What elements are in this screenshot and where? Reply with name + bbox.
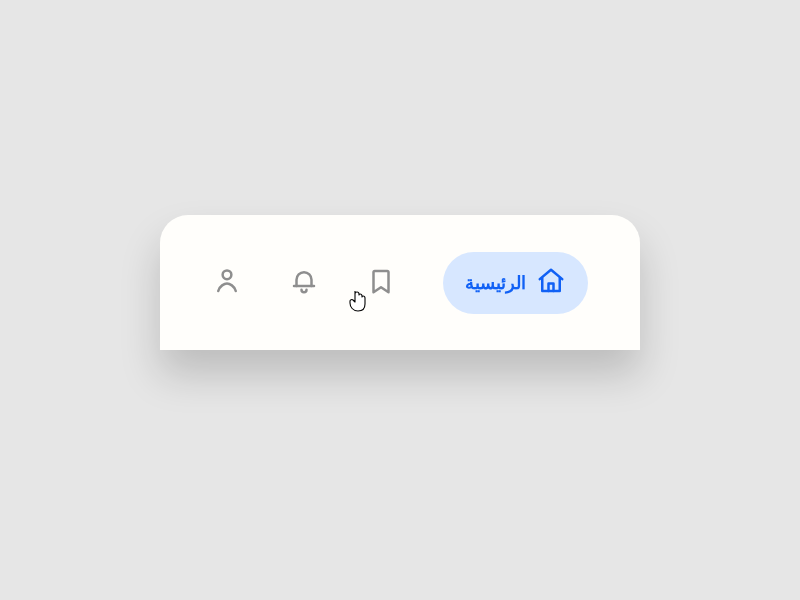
svg-point-0 [222,270,231,279]
nav-item-home[interactable]: الرئيسية [443,252,588,314]
nav-item-bookmark[interactable] [366,266,396,300]
nav-home-label: الرئيسية [465,272,526,294]
bottom-nav-bar: الرئيسية [160,215,640,350]
bell-icon [289,266,319,300]
user-icon [212,266,242,300]
nav-item-notifications[interactable] [289,266,319,300]
nav-item-profile[interactable] [212,266,242,300]
bookmark-icon [366,266,396,300]
home-icon [536,266,566,300]
